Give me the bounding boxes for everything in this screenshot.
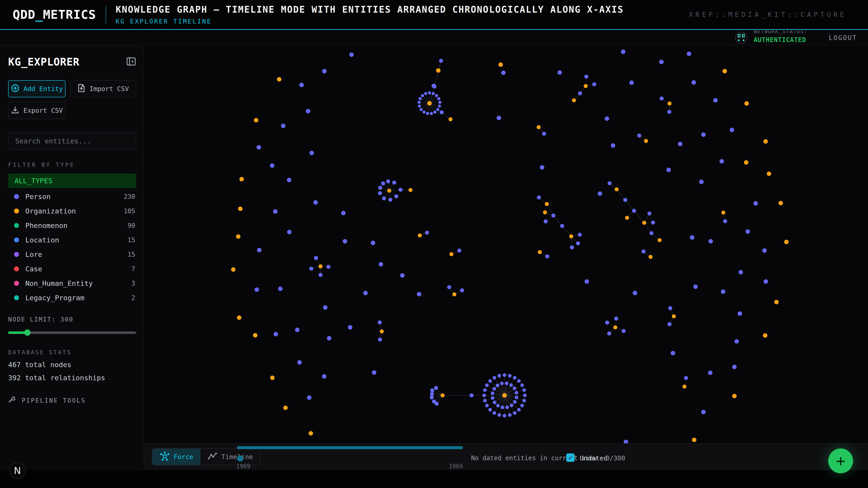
graph-node[interactable] <box>774 300 779 304</box>
graph-node[interactable] <box>753 201 758 205</box>
graph-node[interactable] <box>387 189 391 193</box>
graph-node[interactable] <box>557 70 562 75</box>
graph-node[interactable] <box>545 254 549 258</box>
graph-node[interactable] <box>659 60 664 64</box>
graph-node[interactable] <box>605 321 609 325</box>
graph-node[interactable] <box>613 325 617 329</box>
graph-node[interactable] <box>493 411 496 415</box>
graph-node[interactable] <box>257 248 261 252</box>
type-row-non_human_entity[interactable]: Non_Human_Entity3 <box>8 276 136 291</box>
graph-node[interactable] <box>283 405 288 410</box>
graph-node[interactable] <box>671 351 675 355</box>
graph-node[interactable] <box>545 202 549 206</box>
graph-node[interactable] <box>719 159 724 164</box>
graph-node[interactable] <box>450 252 454 256</box>
graph-node[interactable] <box>763 139 768 144</box>
graph-node[interactable] <box>483 399 487 402</box>
graph-node[interactable] <box>378 191 382 195</box>
graph-node[interactable] <box>738 311 742 316</box>
graph-node[interactable] <box>732 394 737 398</box>
graph-node[interactable] <box>763 333 767 338</box>
graph-node[interactable] <box>254 118 258 123</box>
graph-node[interactable] <box>611 143 615 148</box>
graph-node[interactable] <box>408 188 412 192</box>
graph-node[interactable] <box>380 329 384 333</box>
graph-node[interactable] <box>452 292 456 296</box>
graph-node[interactable] <box>651 221 655 225</box>
graph-node[interactable] <box>483 394 486 397</box>
graph-node[interactable] <box>433 110 436 113</box>
graph-node[interactable] <box>513 376 517 380</box>
graph-node[interactable] <box>633 291 637 295</box>
graph-node[interactable] <box>621 50 625 54</box>
graph-node[interactable] <box>560 224 564 228</box>
graph-node[interactable] <box>421 94 424 97</box>
timeline-slider-thumb[interactable] <box>237 455 243 462</box>
graph-node[interactable] <box>730 128 734 132</box>
graph-node[interactable] <box>632 209 636 213</box>
graph-node[interactable] <box>485 383 489 387</box>
graph-node[interactable] <box>274 332 278 336</box>
graph-node[interactable] <box>349 53 354 57</box>
graph-node[interactable] <box>537 195 541 199</box>
graph-node[interactable] <box>721 210 725 215</box>
graph-node[interactable] <box>378 320 382 324</box>
graph-node[interactable] <box>427 101 432 105</box>
type-row-location[interactable]: Location15 <box>8 233 136 247</box>
graph-node[interactable] <box>236 234 241 239</box>
filter-all-types[interactable]: ALL_TYPES <box>8 173 136 188</box>
type-row-phenomenon[interactable]: Phenomenon90 <box>8 218 136 233</box>
graph-node[interactable] <box>522 388 526 392</box>
graph-node[interactable] <box>682 385 686 389</box>
graph-node[interactable] <box>744 101 749 106</box>
timeline-range-track[interactable] <box>237 446 463 449</box>
graph-node[interactable] <box>678 142 682 146</box>
graph-node[interactable] <box>378 186 382 190</box>
graph-node[interactable] <box>322 69 327 73</box>
graph-node[interactable] <box>540 165 544 170</box>
graph-node[interactable] <box>485 404 489 408</box>
graph-node[interactable] <box>327 265 331 269</box>
graph-node[interactable] <box>735 339 739 344</box>
graph-node[interactable] <box>281 124 285 128</box>
graph-node[interactable] <box>572 98 576 102</box>
graph-node[interactable] <box>313 200 318 205</box>
graph-node[interactable] <box>426 112 429 115</box>
graph-node[interactable] <box>502 393 507 398</box>
graph-node[interactable] <box>517 408 521 412</box>
graph-node[interactable] <box>515 391 518 394</box>
graph-node[interactable] <box>690 235 694 240</box>
graph-node[interactable] <box>382 196 386 200</box>
graph-node[interactable] <box>418 233 422 237</box>
graph-node[interactable] <box>307 395 311 400</box>
graph-node[interactable] <box>508 413 512 417</box>
graph-node[interactable] <box>604 116 609 121</box>
graph-node[interactable] <box>592 82 596 86</box>
graph-node[interactable] <box>378 337 382 341</box>
graph-node[interactable] <box>363 291 368 295</box>
graph-node[interactable] <box>423 110 426 113</box>
graph-node[interactable] <box>508 374 512 378</box>
graph-node[interactable] <box>584 74 588 78</box>
graph-node[interactable] <box>420 108 423 111</box>
graph-node[interactable] <box>667 110 671 114</box>
graph-node[interactable] <box>493 376 496 380</box>
graph-node[interactable] <box>570 246 574 250</box>
graph-node[interactable] <box>692 437 696 442</box>
graph-node[interactable] <box>254 287 259 292</box>
graph-node[interactable] <box>642 221 646 225</box>
graph-node[interactable] <box>668 306 672 310</box>
graph-node[interactable] <box>309 151 314 155</box>
node-limit-slider[interactable] <box>8 329 136 336</box>
graph-node[interactable] <box>436 108 439 111</box>
graph-node[interactable] <box>400 273 405 278</box>
graph-node[interactable] <box>607 331 611 335</box>
graph-node[interactable] <box>542 132 546 136</box>
graph-node[interactable] <box>693 285 698 289</box>
type-row-person[interactable]: Person230 <box>8 189 136 204</box>
graph-node[interactable] <box>432 84 436 88</box>
graph-node[interactable] <box>584 84 588 88</box>
graph-node[interactable] <box>585 279 589 284</box>
graph-node[interactable] <box>379 262 383 267</box>
graph-node[interactable] <box>493 400 496 404</box>
